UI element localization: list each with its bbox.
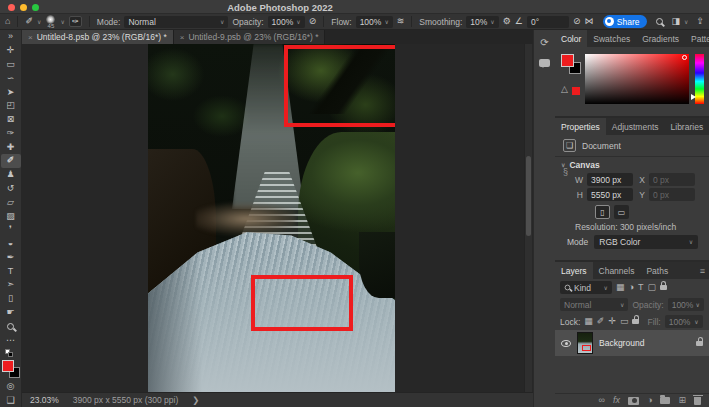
- lock-pixels-icon[interactable]: ✐: [597, 317, 605, 326]
- tool-brush[interactable]: ✐: [1, 154, 21, 168]
- tool-pen[interactable]: ✒: [1, 251, 21, 265]
- tool-history-brush[interactable]: ↺: [1, 182, 21, 196]
- layer-lock-icon[interactable]: [696, 341, 703, 346]
- export-icon[interactable]: ⇪: [696, 17, 704, 26]
- link-dimensions-icon[interactable]: §: [563, 167, 568, 177]
- minimize-window-button[interactable]: [20, 4, 27, 11]
- foreground-color-swatch[interactable]: [2, 360, 14, 372]
- link-layers-icon[interactable]: ∞: [599, 396, 605, 405]
- color-field-marker[interactable]: [682, 55, 687, 60]
- document-tab-1[interactable]: × Untitled-8.psb @ 23% (RGB/16*) *: [22, 30, 174, 44]
- tool-crop[interactable]: ◰: [1, 99, 21, 113]
- filter-pixel-layers-icon[interactable]: ▦: [616, 283, 625, 292]
- layer-name[interactable]: Background: [599, 338, 644, 348]
- tab-gradients[interactable]: Gradients: [636, 30, 685, 47]
- layer-thumbnail[interactable]: [577, 332, 593, 354]
- zoom-window-button[interactable]: [32, 4, 39, 11]
- tool-path-select[interactable]: ➣: [1, 278, 21, 292]
- flow-select[interactable]: 100% ∨: [356, 16, 393, 28]
- airbrush-icon[interactable]: ≋: [397, 17, 405, 26]
- new-layer-icon[interactable]: ⊞: [678, 396, 686, 405]
- tool-lasso[interactable]: ∽: [1, 71, 21, 85]
- filter-shape-layers-icon[interactable]: ▢: [647, 283, 656, 292]
- tool-zoom[interactable]: [1, 319, 21, 333]
- tool-eraser[interactable]: ▱: [1, 195, 21, 209]
- tab-libraries[interactable]: Libraries: [665, 118, 709, 135]
- tool-gradient[interactable]: ▨: [1, 209, 21, 223]
- tool-edit-toolbar[interactable]: ⋯: [1, 333, 21, 347]
- home-icon[interactable]: ⌂: [5, 17, 10, 26]
- close-icon[interactable]: ×: [180, 33, 185, 42]
- tab-channels[interactable]: Channels: [593, 262, 641, 279]
- document-tab-2[interactable]: × Untitled-9.psb @ 23% (RGB/16*) *: [174, 30, 326, 44]
- close-window-button[interactable]: [8, 4, 15, 11]
- gamut-warning-swatch[interactable]: [572, 87, 580, 95]
- foreground-color-swatch[interactable]: [561, 54, 574, 67]
- pressure-opacity-icon[interactable]: ⊘: [309, 17, 317, 26]
- zoom-level[interactable]: 23.03%: [30, 395, 59, 405]
- filter-adjustment-layers-icon[interactable]: ◑: [629, 283, 634, 292]
- vertical-scrollbar[interactable]: [524, 44, 532, 392]
- brush-preset-picker[interactable]: 45: [46, 15, 55, 29]
- history-panel-icon[interactable]: ⟳: [540, 38, 548, 48]
- symmetry-icon[interactable]: ⋈: [584, 17, 593, 26]
- chevron-down-icon[interactable]: ∨: [37, 19, 41, 25]
- filter-smart-objects-icon[interactable]: [660, 285, 667, 290]
- hue-slider-marker[interactable]: [691, 94, 699, 100]
- share-button[interactable]: Share: [603, 15, 647, 28]
- delete-layer-icon[interactable]: [694, 397, 701, 405]
- tab-swatches[interactable]: Swatches: [587, 30, 636, 47]
- brush-settings-panel-icon[interactable]: ✑: [69, 16, 82, 27]
- tab-properties[interactable]: Properties: [555, 118, 606, 135]
- tab-layers[interactable]: Layers: [555, 262, 593, 279]
- panel-menu-icon[interactable]: ≡: [696, 262, 709, 279]
- new-group-icon[interactable]: [660, 397, 670, 404]
- chevron-down-icon[interactable]: ∨: [684, 19, 688, 25]
- tool-dodge[interactable]: ◒: [1, 237, 21, 251]
- landscape-orientation-button[interactable]: ▭: [614, 205, 629, 219]
- tool-eyedropper[interactable]: ✑: [1, 126, 21, 140]
- comments-panel-icon[interactable]: [539, 59, 550, 67]
- tab-color[interactable]: Color: [555, 30, 587, 47]
- tab-patterns[interactable]: Patterns: [685, 30, 709, 47]
- foreground-background-swatches[interactable]: [2, 360, 20, 378]
- tool-frame[interactable]: ⊠: [1, 113, 21, 127]
- portrait-orientation-button[interactable]: ▯: [595, 205, 610, 219]
- blend-mode-select[interactable]: Normal ∨: [124, 16, 228, 28]
- new-adjustment-layer-icon[interactable]: ◑: [647, 396, 652, 405]
- tool-clone-stamp[interactable]: ♟: [1, 168, 21, 182]
- tool-shape[interactable]: ▯: [1, 292, 21, 306]
- pressure-size-icon[interactable]: ⊘: [573, 17, 581, 26]
- lock-position-icon[interactable]: ✛: [608, 317, 616, 326]
- brush-preset-icon[interactable]: ✐: [25, 17, 33, 26]
- tab-paths[interactable]: Paths: [640, 262, 674, 279]
- smoothing-gear-icon[interactable]: ⚙: [503, 17, 511, 26]
- lock-all-icon[interactable]: [632, 319, 639, 324]
- document-canvas[interactable]: [148, 44, 395, 392]
- lock-transparency-icon[interactable]: ▦: [584, 317, 593, 326]
- color-swatch-pair[interactable]: [561, 54, 581, 74]
- layer-visibility-icon[interactable]: [561, 340, 571, 347]
- opacity-select[interactable]: 100% ∨: [268, 16, 305, 28]
- add-layer-mask-icon[interactable]: [628, 397, 639, 405]
- tool-object-selection[interactable]: ➤: [1, 85, 21, 99]
- tool-expand[interactable]: »: [1, 30, 21, 44]
- chevron-down-icon[interactable]: ∨: [60, 19, 64, 25]
- width-input[interactable]: 3900 px: [587, 173, 633, 186]
- smoothing-select[interactable]: 10% ∨: [466, 16, 498, 28]
- default-colors-icon[interactable]: [5, 349, 16, 358]
- tool-blur[interactable]: ❜: [1, 223, 21, 237]
- color-mode-select[interactable]: RGB Color ∨: [594, 235, 698, 249]
- tab-adjustments[interactable]: Adjustments: [606, 118, 665, 135]
- tool-move[interactable]: ✛: [1, 44, 21, 58]
- height-input[interactable]: 5550 px: [587, 188, 633, 201]
- search-icon[interactable]: [656, 18, 663, 25]
- status-chevron-icon[interactable]: ❯: [192, 395, 199, 405]
- gamut-warning-icon[interactable]: △: [561, 84, 568, 94]
- tool-type[interactable]: T: [1, 264, 21, 278]
- layer-effects-icon[interactable]: fx: [613, 396, 620, 405]
- layer-row-background[interactable]: Background: [555, 330, 709, 356]
- filter-type-layers-icon[interactable]: T: [638, 283, 644, 292]
- close-icon[interactable]: ×: [28, 33, 33, 42]
- tool-marquee[interactable]: ▭: [1, 58, 21, 72]
